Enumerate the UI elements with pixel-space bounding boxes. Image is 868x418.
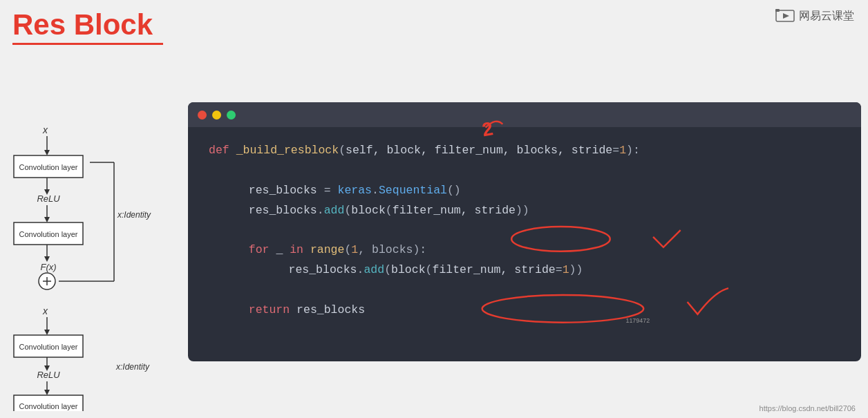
dot-green <box>227 111 236 120</box>
code-line2: res_blocks = keras.Sequential() <box>209 181 840 201</box>
code-line1: def _build_resblock(self, block, filter_… <box>209 141 840 161</box>
logo: 网易云课堂 <box>775 8 854 23</box>
url-text: https://blog.csdn.net/bill2706 <box>760 404 856 412</box>
code-line5: res_blocks.add(block(filter_num, stride=… <box>209 260 840 281</box>
svg-text:Convolution layer: Convolution layer <box>19 402 78 410</box>
code-panel: def _build_resblock(self, block, filter_… <box>188 102 861 361</box>
code-titlebar <box>188 102 861 127</box>
dot-yellow <box>212 111 221 120</box>
svg-marker-1 <box>783 13 789 19</box>
diagram: x Convolution layer ReLU Convolution lay… <box>7 59 190 411</box>
page-title: Res Block <box>12 8 153 41</box>
dot-red <box>198 111 207 120</box>
svg-text:x:Identity: x:Identity <box>117 210 151 220</box>
logo-text: 网易云课堂 <box>799 9 854 23</box>
code-line3: res_blocks.add(block(filter_num, stride)… <box>209 201 840 221</box>
title-underline <box>12 43 163 45</box>
svg-marker-5 <box>44 150 50 155</box>
svg-text:x:Identity: x:Identity <box>115 362 150 372</box>
svg-text:Convolution layer: Convolution layer <box>19 343 78 351</box>
svg-marker-16 <box>44 256 50 262</box>
svg-marker-27 <box>44 330 50 335</box>
code-content: def _build_resblock(self, block, filter_… <box>188 127 861 334</box>
code-line4: for _ in range(1, blocks): <box>209 240 840 260</box>
svg-text:ReLU: ReLU <box>37 193 60 204</box>
svg-text:ReLU: ReLU <box>37 370 60 380</box>
svg-text:Convolution layer: Convolution layer <box>19 163 78 171</box>
code-line6: return res_blocks <box>209 301 840 321</box>
svg-rect-2 <box>775 9 780 12</box>
svg-marker-12 <box>44 217 50 222</box>
svg-text:F(x): F(x) <box>40 262 56 272</box>
svg-text:x: x <box>42 305 48 316</box>
svg-text:Convolution layer: Convolution layer <box>19 230 78 238</box>
svg-marker-34 <box>44 390 50 395</box>
svg-text:x: x <box>42 124 48 135</box>
